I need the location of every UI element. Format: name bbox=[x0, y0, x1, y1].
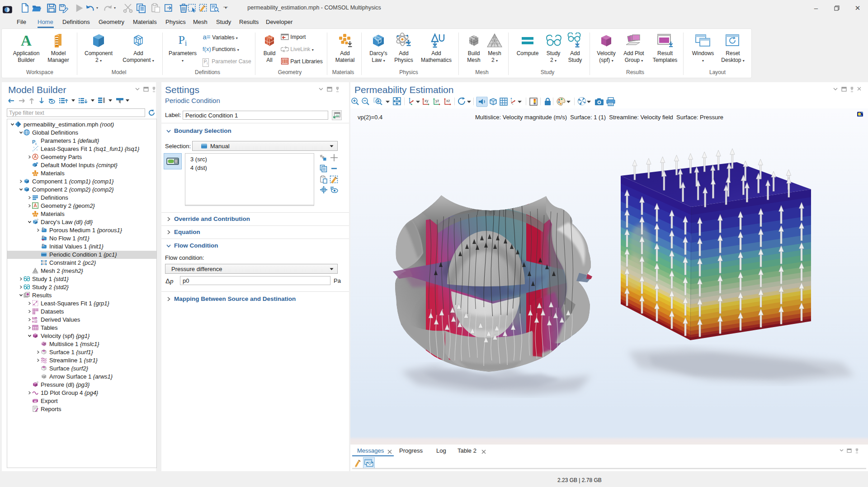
svg-text:D: D bbox=[42, 227, 45, 231]
svg-text:D: D bbox=[42, 243, 45, 247]
svg-text:xy: xy bbox=[425, 98, 429, 103]
svg-text:xz: xz bbox=[446, 98, 450, 103]
svg-text:yz: yz bbox=[435, 98, 439, 103]
svg-text:D: D bbox=[42, 235, 45, 239]
